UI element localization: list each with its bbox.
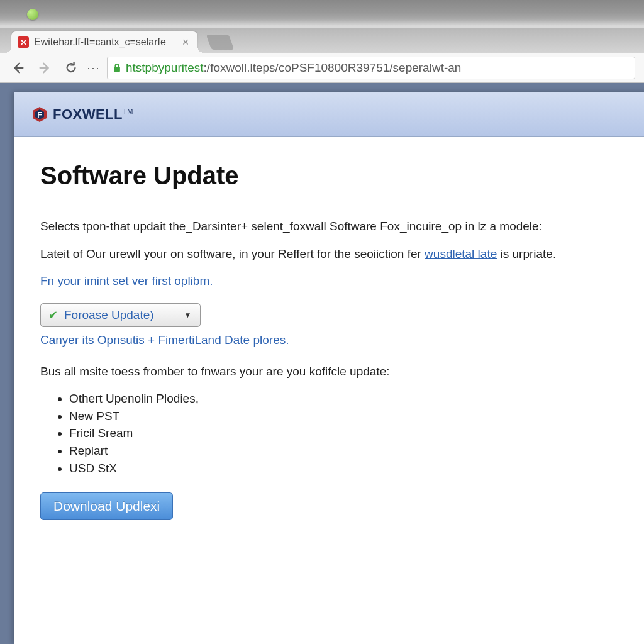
arrow-right-icon <box>38 61 52 75</box>
brand-name: FOXWELLTM <box>53 106 133 123</box>
info-link[interactable]: wusdletal late <box>425 247 497 260</box>
list-item: USD StX <box>69 460 623 477</box>
address-bar[interactable]: htstpbypuritest:/foxwoll.lteps/coPSF1080… <box>107 57 635 79</box>
lock-icon <box>113 63 121 73</box>
dropdown-label: Foroase Update) <box>64 307 154 323</box>
update-select-dropdown[interactable]: ✔ Foroase Update) ▼ <box>40 303 201 327</box>
intro-paragraph-2: Lateit of Our urewll your on software, i… <box>40 246 623 262</box>
helper-text: Fn your imint set ver first oplibm. <box>40 273 623 289</box>
browser-menu-icon[interactable]: ⋮ <box>87 62 100 74</box>
close-tab-icon[interactable]: × <box>180 36 191 49</box>
page-header: F FOXWELLTM <box>14 92 644 137</box>
new-tab-button[interactable] <box>206 35 235 50</box>
chevron-down-icon: ▼ <box>184 310 192 320</box>
browser-toolbar: ⋮ htstpbypuritest:/foxwoll.lteps/coPSF10… <box>0 53 644 83</box>
list-item: Othert Upenolin Plodies, <box>69 391 623 407</box>
desktop-indicator <box>27 9 38 20</box>
tab-title: Ewitehar.lf-ft=cantx_c=selarfe <box>34 36 177 48</box>
reload-icon <box>64 61 78 75</box>
features-intro: Bus all msite toess fromber to fnwars yo… <box>40 364 623 380</box>
check-icon: ✔ <box>48 308 58 323</box>
url-text: htstpbypuritest:/foxwoll.lteps/coPSF1080… <box>126 61 461 75</box>
list-item: Replart <box>69 443 623 459</box>
list-item: New PST <box>69 408 623 425</box>
svg-text:F: F <box>37 111 42 119</box>
browser-window: ✕ Ewitehar.lf-ft=cantx_c=selarfe × ⋮ <box>0 28 644 644</box>
back-button[interactable] <box>9 58 28 77</box>
arrow-left-icon <box>11 61 25 75</box>
features-list: Othert Upenolin Plodies, New PST Fricil … <box>69 391 623 476</box>
error-favicon-icon: ✕ <box>18 36 29 48</box>
intro-paragraph-1: Selects tpon-that updait the_Darsinter+ … <box>40 218 623 235</box>
page-body: F FOXWELLTM Software Update Selects tpon… <box>14 92 644 644</box>
browser-viewport: F FOXWELLTM Software Update Selects tpon… <box>0 83 644 644</box>
download-button[interactable]: Download Updlexi <box>40 492 173 520</box>
tab-strip: ✕ Ewitehar.lf-ft=cantx_c=selarfe × <box>0 28 644 53</box>
page-title: Software Update <box>40 158 623 192</box>
reload-button[interactable] <box>62 58 80 77</box>
page-content: Software Update Selects tpon-that updait… <box>14 137 644 533</box>
browser-tab[interactable]: ✕ Ewitehar.lf-ft=cantx_c=selarfe × <box>11 31 197 53</box>
list-item: Fricil Sream <box>69 425 623 441</box>
brand-logo[interactable]: F FOXWELLTM <box>31 106 133 123</box>
logo-mark-icon: F <box>31 106 48 123</box>
forward-button[interactable] <box>35 58 54 77</box>
options-link[interactable]: Canyer its Opnsutis + FimertiLand Date p… <box>40 332 623 348</box>
title-divider <box>40 199 623 199</box>
svg-rect-2 <box>114 67 120 72</box>
